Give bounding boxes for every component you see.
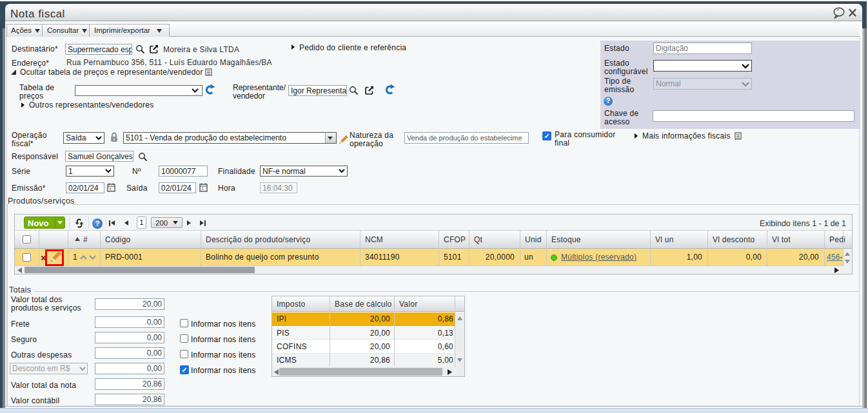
svg-text:3: 3 bbox=[201, 187, 204, 191]
svg-text:3: 3 bbox=[109, 187, 112, 191]
